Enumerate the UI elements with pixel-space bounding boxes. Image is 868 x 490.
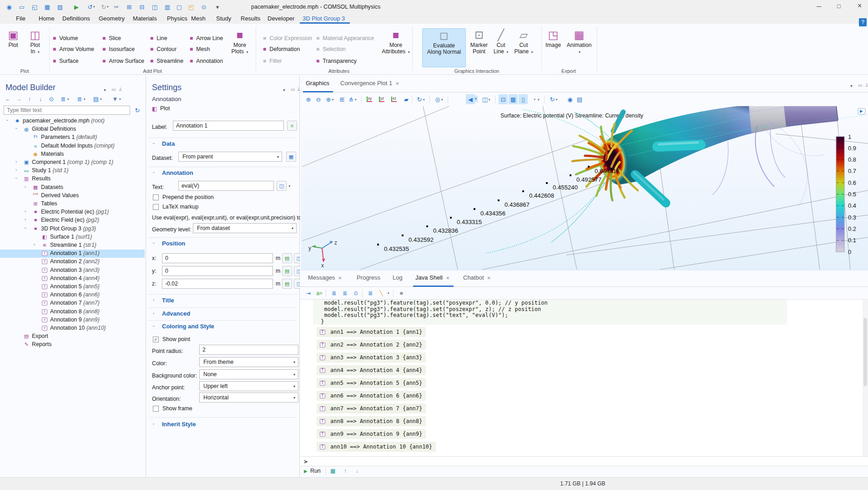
- ribbon-button-selection[interactable]: ■Selection: [316, 45, 346, 54]
- zoom-selection-icon[interactable]: ◰: [187, 2, 196, 11]
- plot-button[interactable]: ▣Plot: [5, 28, 22, 67]
- tree-item-materials[interactable]: ◉Materials: [0, 150, 145, 158]
- redo-caret-icon[interactable]: ▾: [107, 5, 109, 9]
- word-wrap-icon[interactable]: ≣: [366, 289, 375, 298]
- settings-plot-button[interactable]: Plot: [160, 105, 170, 112]
- tree-item-electric-field-ec-[interactable]: ›■Electric Field (ec) {pg2}: [0, 216, 145, 225]
- clear-icon[interactable]: ╲: [377, 289, 386, 298]
- filter-caret-icon[interactable]: ▾: [119, 97, 121, 101]
- run-button[interactable]: Run: [310, 468, 321, 474]
- anchor-point-select[interactable]: Upper left▾: [199, 381, 298, 391]
- title-chevron-icon[interactable]: ›: [153, 298, 154, 302]
- settings-float-icon[interactable]: ▭: [291, 87, 295, 92]
- view-camera-icon[interactable]: ▰: [402, 94, 411, 104]
- model-builder-float-icon[interactable]: ▭: [111, 87, 116, 92]
- tree-item-3d-plot-group-3[interactable]: ›■3D Plot Group 3 {pg3}: [0, 225, 145, 233]
- position-section-header[interactable]: Position: [162, 240, 185, 247]
- collapse-all-icon[interactable]: ≣: [76, 95, 84, 103]
- graphics-float-icon[interactable]: ▭: [858, 83, 862, 88]
- tree-filter-input[interactable]: Type filter text: [4, 106, 130, 115]
- virtual-keyboard-icon[interactable]: ▦: [330, 468, 335, 474]
- select-box-icon[interactable]: ▢: [175, 2, 184, 11]
- sync-icon[interactable]: ↻: [548, 94, 557, 104]
- position-y-range-button[interactable]: ▤: [282, 266, 292, 276]
- position-x-range-button[interactable]: ▤: [282, 253, 292, 263]
- paste-icon[interactable]: ⊟: [137, 2, 146, 11]
- minimize-button[interactable]: ─: [817, 2, 822, 10]
- tree-item-annotation-10[interactable]: TAnnotation 10 {ann10}: [0, 324, 145, 332]
- text-expression-button[interactable]: ◫▾: [277, 181, 287, 191]
- graphics-pin-icon[interactable]: ⊥: [865, 82, 868, 87]
- menu-tab-geometry[interactable]: Geometry: [99, 15, 125, 22]
- tree-item-global-definitions[interactable]: ›⊕Global Definitions: [0, 125, 145, 133]
- new-file-icon[interactable]: ▭: [17, 2, 26, 11]
- data-section-header[interactable]: Data: [162, 140, 175, 147]
- tree-item-annotation-1[interactable]: TAnnotation 1 {ann1}: [0, 250, 145, 258]
- plot-in-button[interactable]: ◫PlotIn ▾: [25, 28, 45, 67]
- save-as-icon[interactable]: ▧: [56, 2, 65, 11]
- advanced-section-header[interactable]: Advanced: [162, 310, 190, 317]
- menu-tab-physics[interactable]: Physics: [167, 15, 187, 22]
- more-attributes-button[interactable]: ■MoreAttributes ▾: [381, 28, 410, 67]
- print-icon[interactable]: ▤: [575, 94, 584, 104]
- more-icon[interactable]: ▾: [213, 2, 222, 11]
- console-tab-java-shell[interactable]: Java Shell✕: [415, 274, 449, 281]
- evaluate-along-normal-button[interactable]: ◻EvaluateAlong Normal: [422, 28, 466, 67]
- tree-item-annotation-4[interactable]: TAnnotation 4 {ann4}: [0, 275, 145, 283]
- position-x-input[interactable]: 0: [162, 253, 273, 263]
- more-plots-button[interactable]: ■MorePlots ▾: [227, 28, 252, 67]
- show-icon[interactable]: ⊙: [351, 289, 360, 298]
- view-xz-icon[interactable]: xz: [389, 94, 399, 104]
- refresh-icon[interactable]: ↻: [133, 106, 142, 115]
- tree-item-reports[interactable]: ✎Reports: [0, 341, 145, 349]
- geometry-level-select[interactable]: From dataset▾: [193, 223, 297, 233]
- cut-icon[interactable]: ✂: [112, 2, 121, 11]
- tree-item-default-model-inputs[interactable]: «Default Model Inputs {cminpt}: [0, 142, 145, 150]
- cut-plane-button[interactable]: ▱CutPlane ▾: [512, 28, 535, 67]
- data-chevron-icon[interactable]: ›: [151, 143, 156, 144]
- tree-expander-icon[interactable]: ›: [25, 217, 26, 222]
- ribbon-button-volume[interactable]: ■Volume: [53, 34, 78, 43]
- save-icon[interactable]: ▦: [43, 2, 52, 11]
- position-z-range-button[interactable]: ▤: [282, 279, 292, 289]
- open-file-icon[interactable]: ◱: [30, 2, 39, 11]
- tree-item-component-1[interactable]: ›▣Component 1 (comp 1) {comp 1}: [0, 158, 145, 167]
- move-up-icon[interactable]: ↑: [25, 95, 34, 103]
- indent-right-icon[interactable]: ≣: [329, 289, 338, 298]
- orientation-select[interactable]: Horizontal▾: [199, 393, 298, 403]
- console-tab-log[interactable]: Log: [393, 274, 403, 281]
- rename-button[interactable]: ≡: [287, 121, 297, 131]
- color-probe-icon[interactable]: ◔: [530, 94, 539, 104]
- cut-line-button[interactable]: ╱CutLine ▾: [491, 28, 510, 67]
- run-icon[interactable]: ▶: [304, 469, 308, 474]
- animation-button[interactable]: ▦Animation ▾: [565, 28, 593, 67]
- ribbon-button-arrow-volume[interactable]: ■Arrow Volume: [53, 45, 94, 54]
- menu-tab-materials[interactable]: Materials: [133, 15, 157, 22]
- tree-item-tables[interactable]: ⊞Tables: [0, 200, 145, 208]
- inherit-style-section-header[interactable]: Inherit Style: [162, 421, 196, 428]
- tree-item-annotation-3[interactable]: TAnnotation 3 {ann3}: [0, 266, 145, 275]
- view-yz-icon[interactable]: yz: [377, 94, 386, 104]
- ribbon-button-slice[interactable]: ■Slice: [102, 34, 121, 43]
- menu-tab-home[interactable]: Home: [39, 15, 55, 22]
- console-tab-messages[interactable]: Messages✕: [308, 274, 342, 281]
- point-radius-input[interactable]: 2: [199, 345, 298, 355]
- ribbon-button-filter[interactable]: ■Filter: [263, 56, 282, 66]
- tab-convergence-plot[interactable]: Convergence Plot 1✕: [340, 80, 399, 87]
- ribbon-button-color-expression[interactable]: ■Color Expression: [263, 34, 312, 43]
- console-tab-chatbot[interactable]: Chatbot✕: [463, 274, 491, 281]
- insert-code-icon[interactable]: ⇥: [304, 289, 313, 298]
- environment-icon[interactable]: ◫: [480, 94, 490, 104]
- coloring-and-style-section-header[interactable]: Coloring and Style: [162, 323, 214, 330]
- position-y-input[interactable]: 0: [162, 266, 273, 276]
- ribbon-button-arrow-line[interactable]: ■Arrow Line: [190, 34, 223, 43]
- ribbon-button-line[interactable]: ■Line: [150, 34, 167, 43]
- tree-expander-icon[interactable]: ›: [14, 128, 19, 129]
- text-input[interactable]: eval(V): [178, 181, 274, 191]
- ribbon-button-deformation[interactable]: ■Deformation: [263, 45, 300, 54]
- background-color-select[interactable]: None▾: [199, 369, 298, 379]
- menu-tab-study[interactable]: Study: [216, 15, 231, 22]
- latex-markup-checkbox[interactable]: [153, 204, 159, 210]
- expand-all-icon[interactable]: ≣: [59, 95, 67, 103]
- console-prompt-row[interactable]: >: [300, 456, 868, 466]
